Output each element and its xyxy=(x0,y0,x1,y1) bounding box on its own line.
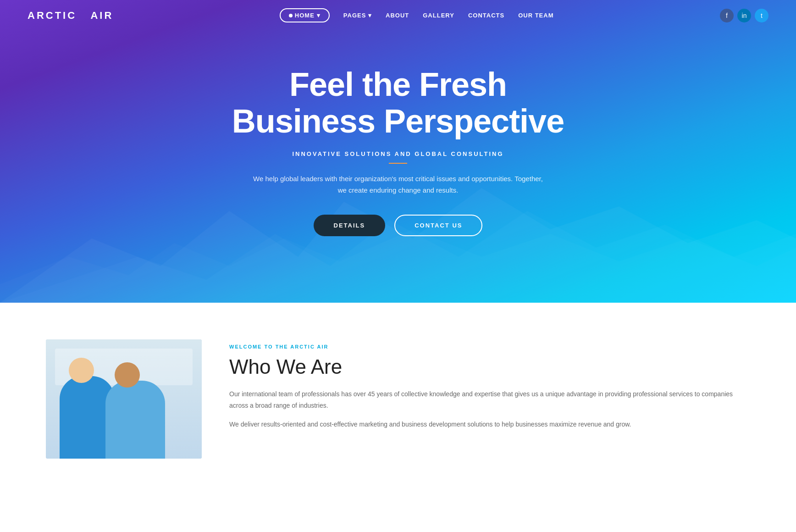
about-label: WELCOME TO THE ARCTIC AIR xyxy=(229,344,750,349)
person-female-head xyxy=(69,358,94,383)
nav-pages-arrow: ▾ xyxy=(368,12,372,19)
hero-buttons: DETAILS CONTACT US xyxy=(232,215,564,236)
hero-title-line1: Feel the Fresh xyxy=(289,66,507,103)
hero-title-line2: Business Perspective xyxy=(232,103,564,139)
person-male xyxy=(105,358,165,459)
twitter-link[interactable]: t xyxy=(755,9,768,22)
hero-subtitle: INNOVATIVE SOLUTIONS AND GLOBAL CONSULTI… xyxy=(232,150,564,157)
nav-active-dot xyxy=(289,14,293,17)
hero-content: Feel the Fresh Business Perspective INNO… xyxy=(223,66,573,236)
person-male-body xyxy=(105,381,165,459)
about-section: WELCOME TO THE ARCTIC AIR Who We Are Our… xyxy=(0,303,796,495)
nav-pages-label: PAGES xyxy=(343,12,366,19)
about-para1: Our international team of professionals … xyxy=(229,388,750,411)
about-image-inner xyxy=(46,339,202,459)
nav-links: HOME ▾ PAGES ▾ ABOUT GALLERY CONTACTS OU… xyxy=(280,8,554,22)
nav-ourteam[interactable]: OUR TEAM xyxy=(518,12,553,19)
nav-about[interactable]: ABOUT xyxy=(386,12,409,19)
hero-description: We help global leaders with their organi… xyxy=(232,173,564,196)
navbar: ARCTIC AIR HOME ▾ PAGES ▾ ABOUT GALLERY … xyxy=(0,0,796,31)
details-button[interactable]: DETAILS xyxy=(314,215,386,236)
hero-divider xyxy=(389,163,407,164)
linkedin-link[interactable]: in xyxy=(737,9,751,22)
about-image xyxy=(46,339,202,459)
nav-home-arrow: ▾ xyxy=(317,12,321,19)
about-para2: We deliver results-oriented and cost-eff… xyxy=(229,419,750,430)
brand-logo[interactable]: ARCTIC AIR xyxy=(28,10,113,22)
nav-home-label: HOME xyxy=(295,12,315,19)
nav-pages[interactable]: PAGES ▾ xyxy=(343,12,372,19)
contact-button[interactable]: CONTACT US xyxy=(394,215,482,236)
person-male-head xyxy=(115,362,140,388)
brand-name-part1: ARCTIC xyxy=(28,10,77,21)
social-links: f in t xyxy=(720,9,768,22)
nav-contacts[interactable]: CONTACTS xyxy=(468,12,504,19)
about-text: WELCOME TO THE ARCTIC AIR Who We Are Our… xyxy=(229,339,750,438)
about-heading: Who We Are xyxy=(229,355,750,379)
hero-title: Feel the Fresh Business Perspective xyxy=(232,66,564,139)
nav-home[interactable]: HOME ▾ xyxy=(280,8,330,22)
brand-name-part2: AIR xyxy=(90,10,113,21)
hero-section: Feel the Fresh Business Perspective INNO… xyxy=(0,0,796,303)
nav-gallery[interactable]: GALLERY xyxy=(423,12,454,19)
facebook-link[interactable]: f xyxy=(720,9,734,22)
